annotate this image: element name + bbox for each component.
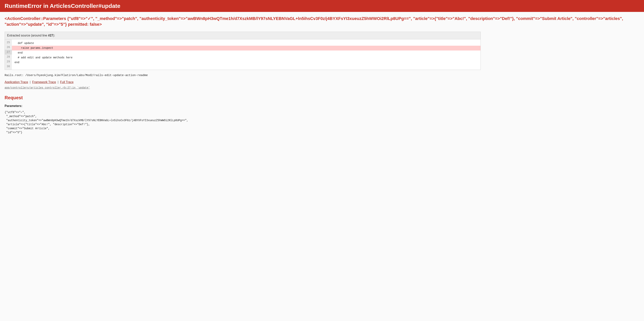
code-lines: def update raise params.inspect end # ad… <box>12 39 480 70</box>
framework-trace-link[interactable]: Framework Trace <box>32 80 56 84</box>
source-header: Extracted source (around line #27): <box>5 32 480 39</box>
error-header: RuntimeError in ArticlesController#updat… <box>0 0 644 12</box>
source-label-end: ): <box>53 34 55 37</box>
code-line-highlighted: raise params.inspect <box>12 46 480 51</box>
code-line: # add edit and update methods here <box>12 55 480 60</box>
source-label: Extracted source (around line <box>7 34 48 37</box>
line-numbers: 25 26 27 28 29 30 <box>5 39 12 70</box>
separator: | <box>30 80 30 84</box>
exception-message: <ActionController::Parameters {"utf8"=>"… <box>4 16 640 27</box>
line-num: 30 <box>5 64 12 69</box>
parameters-label-text: Parameters <box>4 104 21 107</box>
trace-entry[interactable]: app/controllers/articles_controller.rb:2… <box>4 86 90 89</box>
trace-tabs: Application Trace | Framework Trace | Fu… <box>4 80 640 84</box>
content: <ActionController::Parameters {"utf8"=>"… <box>0 12 644 138</box>
line-num: 28 <box>5 55 12 59</box>
source-body: 25 26 27 28 29 30 def update raise param… <box>5 39 480 70</box>
source-line-number: #27 <box>48 34 53 37</box>
full-trace-link[interactable]: Full Trace <box>60 80 74 84</box>
extracted-source: Extracted source (around line #27): 25 2… <box>4 32 481 70</box>
line-num: 26 <box>5 45 12 50</box>
line-num: 29 <box>5 59 12 64</box>
parameters-label: Parameters: <box>4 104 640 108</box>
parameters-dump: {"utf8"=>"✓", "_method"=>"patch", "authe… <box>4 110 640 134</box>
line-num: 27 <box>5 50 12 55</box>
rails-root: Rails.root: /Users/hyeokjung.kim/Flatiro… <box>4 74 640 77</box>
code-line: def update <box>12 41 480 46</box>
trace-line: app/controllers/articles_controller.rb:2… <box>4 86 640 89</box>
code-line: end <box>12 60 480 65</box>
error-title: RuntimeError in ArticlesController#updat… <box>4 3 640 9</box>
line-num: 25 <box>5 40 12 45</box>
colon: : <box>21 104 22 107</box>
code-line: end <box>12 51 480 55</box>
separator: | <box>58 80 58 84</box>
application-trace-link[interactable]: Application Trace <box>4 80 28 84</box>
request-heading: Request <box>4 95 640 100</box>
